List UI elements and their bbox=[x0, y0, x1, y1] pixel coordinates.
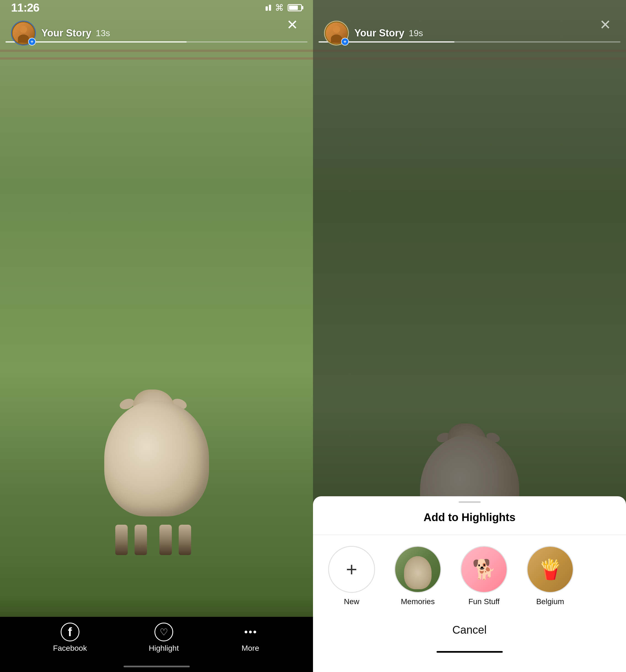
battery-icon bbox=[287, 4, 302, 11]
cancel-button[interactable]: Cancel bbox=[313, 617, 626, 643]
facebook-label: Facebook bbox=[53, 644, 87, 653]
right-close-button[interactable]: ✕ bbox=[596, 15, 615, 34]
wifi-icon: ⌘ bbox=[275, 2, 284, 13]
right-story-content[interactable]: + Your Story 19s ✕ Add to Highlights + bbox=[313, 0, 626, 672]
new-plus-icon: + bbox=[346, 560, 357, 579]
highlight-belgium-item[interactable]: 🍟 Belgium bbox=[523, 546, 578, 606]
story-username: Your Story bbox=[41, 27, 91, 39]
facebook-button[interactable]: f Facebook bbox=[53, 622, 87, 653]
story-duration: 13s bbox=[96, 28, 110, 38]
right-story-duration: 19s bbox=[409, 28, 423, 38]
right-avatar[interactable]: + bbox=[324, 21, 349, 46]
home-indicator bbox=[0, 667, 313, 672]
clock: 11:26 bbox=[11, 1, 39, 14]
right-story-username: Your Story bbox=[354, 27, 404, 39]
right-home-indicator bbox=[313, 646, 626, 661]
story-info: Your Story 13s bbox=[41, 27, 110, 39]
sheet-title: Add to Highlights bbox=[313, 511, 626, 524]
avatar-plus-icon[interactable]: + bbox=[28, 38, 36, 46]
memories-highlight-label: Memories bbox=[401, 597, 435, 606]
highlight-label: Highlight bbox=[149, 644, 179, 653]
highlight-memories-item[interactable]: Memories bbox=[390, 546, 445, 606]
right-close-icon: ✕ bbox=[600, 18, 611, 32]
signal-icon bbox=[266, 5, 271, 11]
highlight-new-item[interactable]: + New bbox=[324, 546, 379, 606]
right-screen: + Your Story 19s ✕ Add to Highlights + bbox=[313, 0, 626, 672]
right-story-header: + Your Story 19s bbox=[313, 15, 626, 51]
story-background bbox=[0, 0, 313, 617]
right-avatar-plus-icon[interactable]: + bbox=[341, 38, 349, 46]
sheep-image bbox=[91, 384, 223, 555]
highlight-fun-stuff-item[interactable]: 🐕 Fun Stuff bbox=[456, 546, 511, 606]
add-to-highlights-sheet: Add to Highlights + New bbox=[313, 496, 626, 672]
status-bar: 11:26 ⌘ bbox=[0, 0, 313, 15]
belgium-highlight-label: Belgium bbox=[536, 597, 564, 606]
highlight-button[interactable]: ♡ Highlight bbox=[149, 622, 179, 653]
story-header: + Your Story 13s bbox=[0, 15, 313, 51]
bottom-toolbar: f Facebook ♡ Highlight More bbox=[0, 617, 313, 667]
highlight-icon: ♡ bbox=[154, 623, 173, 641]
belgium-thumb: 🍟 bbox=[527, 546, 574, 593]
more-label: More bbox=[242, 644, 259, 653]
cancel-label: Cancel bbox=[452, 624, 487, 636]
close-button[interactable]: ✕ bbox=[283, 15, 302, 34]
left-story-content[interactable]: 11:26 ⌘ bbox=[0, 0, 313, 617]
new-highlight-circle: + bbox=[328, 546, 375, 593]
sheet-handle bbox=[459, 501, 481, 503]
close-icon: ✕ bbox=[286, 18, 298, 32]
right-story-info: Your Story 19s bbox=[354, 27, 423, 39]
avatar[interactable]: + bbox=[11, 21, 36, 46]
left-screen: 11:26 ⌘ bbox=[0, 0, 313, 672]
highlights-row: + New Memories 🐕 bbox=[313, 546, 626, 606]
more-button[interactable]: More bbox=[241, 622, 260, 653]
new-highlight-label: New bbox=[344, 597, 359, 606]
facebook-icon: f bbox=[61, 623, 79, 641]
more-icon bbox=[245, 631, 256, 633]
status-icons: ⌘ bbox=[266, 2, 302, 13]
memories-thumb bbox=[394, 546, 441, 593]
fun-stuff-highlight-label: Fun Stuff bbox=[468, 597, 499, 606]
fun-stuff-thumb: 🐕 bbox=[460, 546, 507, 593]
